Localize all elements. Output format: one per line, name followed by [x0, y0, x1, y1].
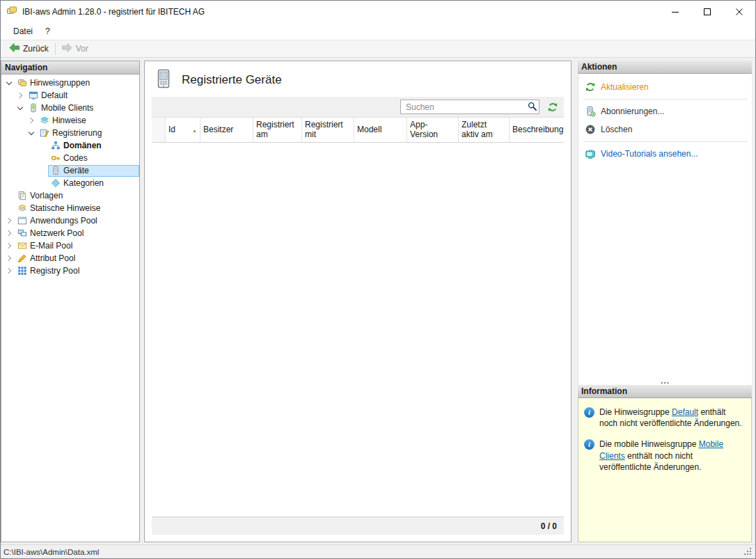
toolbar-separator: [55, 43, 56, 54]
statische-hinweise-icon: [17, 203, 27, 213]
menu-help[interactable]: ?: [39, 24, 56, 38]
action-abonnierungen[interactable]: Abonnierungen...: [578, 102, 752, 120]
action-video-tutorials[interactable]: Video-Tutorials ansehen...: [578, 145, 752, 163]
column-label: Modell: [357, 125, 381, 135]
column-header-id[interactable]: Id: [166, 118, 200, 142]
tree-item-email-pool[interactable]: E-Mail Pool: [1, 239, 139, 252]
tree-item-label: Geräte: [63, 166, 89, 175]
window-controls: [659, 1, 755, 22]
navigation-panel-header: Navigation: [1, 61, 139, 74]
tree-item-vorlagen[interactable]: Vorlagen: [1, 189, 139, 202]
search-input[interactable]: [400, 100, 540, 114]
action-label: Löschen: [601, 125, 632, 134]
search-icon[interactable]: [528, 102, 537, 113]
chevron-right-icon[interactable]: [3, 265, 15, 276]
notice-groups-icon: [17, 78, 27, 88]
anwendungs-pool-icon: [17, 216, 27, 226]
navigation-panel: Navigation Hinweisgruppen Default Mobile…: [1, 61, 140, 542]
chevron-right-icon[interactable]: [3, 240, 15, 251]
refresh-button[interactable]: [546, 100, 560, 114]
actions-panel-header: Aktionen: [578, 61, 752, 74]
tree-item-attribut-pool[interactable]: Attribut Pool: [1, 252, 139, 265]
video-tutorials-icon: [585, 148, 596, 159]
info-icon: [584, 407, 594, 418]
tree-item-codes[interactable]: Codes: [1, 152, 139, 164]
actions-overflow-handle[interactable]: ...: [578, 377, 752, 384]
information-panel-header: Information: [578, 385, 752, 398]
close-button[interactable]: [723, 1, 755, 22]
tree-item-label: Statische Hinweise: [30, 203, 100, 213]
column-label: Besitzer: [203, 125, 233, 135]
information-panel: Information Die Hinweisgruppe Default en…: [578, 385, 752, 542]
default-group-icon: [29, 90, 38, 100]
email-pool-icon: [17, 241, 27, 251]
tree-item-label: E-Mail Pool: [30, 241, 72, 251]
info-link-default[interactable]: Default: [672, 407, 698, 417]
chevron-right-icon[interactable]: [3, 215, 15, 226]
app-icon[interactable]: [6, 5, 17, 18]
tree-item-hinweise[interactable]: Hinweise: [1, 114, 139, 127]
app-window: IBI-aws Admin 1.28.0 - registriert für I…: [0, 0, 756, 559]
status-bar: C:\IBI-aws\Admin\Data.xml: [1, 544, 755, 558]
attribut-pool-icon: [17, 253, 27, 263]
selected-tree-node[interactable]: Geräte: [48, 165, 139, 177]
info-message-mobile-clients: Die mobile Hinweisgruppe Mobile Clients …: [584, 439, 746, 473]
tree-item-hinweisgruppen[interactable]: Hinweisgruppen: [1, 77, 139, 89]
actions-panel: Aktionen Aktualisieren Abonnierungen... …: [578, 61, 752, 385]
chevron-placeholder: [37, 140, 48, 151]
tree-item-registrierung[interactable]: Registrierung: [1, 127, 139, 139]
navigation-tree: Hinweisgruppen Default Mobile Clients Hi…: [1, 74, 139, 542]
column-header-registriert-am[interactable]: Registriert am: [253, 118, 302, 142]
forward-arrow-icon: [62, 43, 72, 54]
forward-button[interactable]: Vor: [57, 42, 93, 56]
tree-item-mobile-clients[interactable]: Mobile Clients: [1, 102, 139, 114]
table-header: Id Besitzer Registriert am Registriert m…: [152, 118, 564, 143]
mobile-clients-icon: [29, 103, 38, 113]
column-label: Registriert am: [256, 120, 299, 140]
tree-item-label: Kategorien: [63, 178, 104, 188]
chevron-right-icon[interactable]: [15, 90, 26, 101]
column-header-beschreibung[interactable]: Beschreibung: [510, 118, 564, 142]
tree-item-label: Hinweise: [52, 116, 86, 125]
column-header-app-version[interactable]: App-Version: [407, 118, 459, 142]
chevron-right-icon[interactable]: [3, 253, 15, 264]
window-title: IBI-aws Admin 1.28.0 - registriert für I…: [22, 7, 205, 17]
tree-item-domaenen[interactable]: Domänen: [1, 139, 139, 152]
maximize-button[interactable]: [691, 1, 723, 22]
back-button-label: Zurück: [23, 44, 49, 54]
action-aktualisieren[interactable]: Aktualisieren: [578, 78, 752, 96]
action-loeschen[interactable]: Löschen: [578, 120, 752, 139]
chevron-right-icon[interactable]: [3, 228, 15, 239]
tree-item-default[interactable]: Default: [1, 89, 139, 102]
back-arrow-icon: [9, 43, 19, 54]
action-label: Aktualisieren: [601, 82, 649, 92]
chevron-right-icon[interactable]: [26, 115, 37, 126]
tree-item-registry-pool[interactable]: Registry Pool: [1, 265, 139, 277]
registry-pool-icon: [17, 266, 27, 276]
tree-item-anwendungs-pool[interactable]: Anwendungs Pool: [1, 214, 139, 227]
tree-item-label: Default: [41, 90, 68, 100]
tree-item-kategorien[interactable]: Kategorien: [1, 177, 139, 189]
info-text: Die Hinweisgruppe Default enthält noch n…: [599, 407, 746, 429]
minimize-button[interactable]: [659, 1, 691, 22]
tree-item-netzwerk-pool[interactable]: Netzwerk Pool: [1, 227, 139, 239]
tree-item-geraete[interactable]: Geräte: [1, 164, 139, 177]
chevron-down-icon[interactable]: [26, 127, 37, 139]
column-header-modell[interactable]: Modell: [354, 118, 407, 142]
back-button[interactable]: Zurück: [4, 42, 54, 56]
chevron-placeholder: [37, 165, 48, 176]
content-area: Navigation Hinweisgruppen Default Mobile…: [1, 58, 755, 544]
tree-item-label: Netzwerk Pool: [30, 228, 84, 238]
table-body[interactable]: [152, 143, 564, 517]
column-header-besitzer[interactable]: Besitzer: [200, 118, 253, 142]
chevron-down-icon[interactable]: [3, 77, 15, 88]
resize-grip[interactable]: [744, 548, 753, 556]
menu-datei[interactable]: Datei: [7, 24, 39, 38]
column-header-zuletzt-aktiv-am[interactable]: Zuletzt aktiv am: [459, 118, 510, 142]
tree-item-statische-hinweise[interactable]: Statische Hinweise: [1, 202, 139, 214]
chevron-down-icon[interactable]: [15, 102, 26, 113]
chevron-placeholder: [37, 152, 48, 164]
device-grid: Id Besitzer Registriert am Registriert m…: [152, 97, 564, 535]
column-header-registriert-mit[interactable]: Registriert mit: [302, 118, 354, 142]
tree-item-label: Registry Pool: [30, 266, 79, 276]
